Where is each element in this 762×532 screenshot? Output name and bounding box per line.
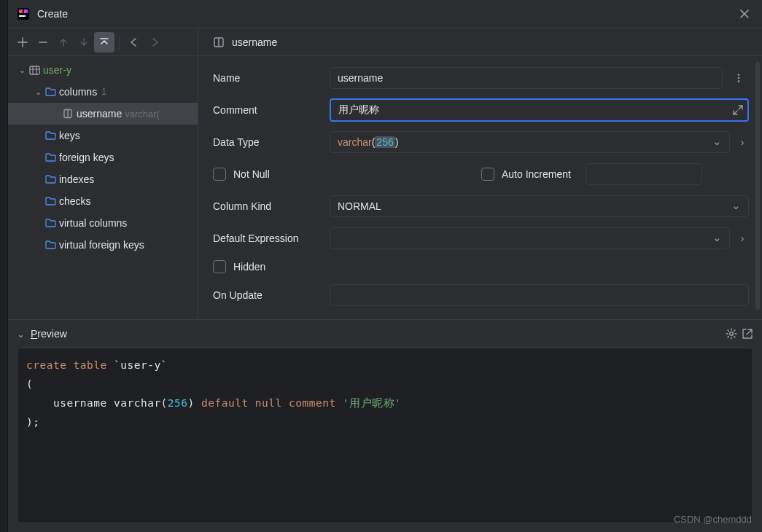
window-title: Create — [37, 8, 68, 20]
folder-icon — [43, 240, 58, 250]
item-label: keys — [59, 130, 80, 141]
autoincrement-text: Auto Increment — [502, 168, 571, 180]
svg-rect-8 — [218, 38, 219, 47]
svg-rect-4 — [30, 66, 39, 74]
tree-column-username[interactable]: username varchar( — [8, 103, 198, 125]
hidden-checkbox[interactable] — [213, 260, 226, 273]
close-icon[interactable] — [736, 5, 753, 23]
create-dialog: Create ⌄ — [7, 0, 762, 532]
table-icon — [27, 65, 42, 76]
name-label: Name — [213, 72, 324, 84]
tree-checks[interactable]: checks — [8, 190, 198, 212]
chevron-right-icon[interactable]: › — [736, 136, 749, 148]
tree-keys[interactable]: keys — [8, 125, 198, 146]
preview-panel: ⌄ PPreviewreview create table `user-y` (… — [8, 319, 762, 532]
expand-button[interactable] — [94, 32, 114, 52]
chevron-down-icon[interactable]: ⌄ — [17, 66, 27, 75]
tree-columns[interactable]: ⌄ columns 1 — [8, 81, 198, 103]
datatype-field[interactable]: varchar(256) — [330, 131, 730, 153]
default-field[interactable] — [330, 227, 730, 249]
folder-icon — [43, 152, 58, 163]
column-header-name: username — [232, 36, 277, 48]
back-button[interactable] — [124, 32, 144, 52]
svg-rect-2 — [24, 9, 28, 13]
tree-virtual-columns[interactable]: virtual columns — [8, 212, 198, 234]
preview-title: PPreviewreview — [31, 328, 67, 340]
add-button[interactable] — [12, 32, 33, 52]
kind-label: Column Kind — [213, 200, 324, 212]
folder-icon — [43, 196, 58, 206]
column-icon — [213, 36, 225, 48]
item-label: indexes — [59, 173, 94, 185]
folder-icon — [43, 174, 58, 184]
onupdate-label: On Update — [213, 289, 324, 301]
column-type-hint: varchar( — [125, 109, 160, 120]
open-external-icon[interactable] — [742, 328, 753, 340]
datatype-label: Data Type — [213, 136, 324, 148]
columns-label: columns — [59, 86, 97, 98]
kind-field[interactable]: NORMAL — [330, 195, 749, 217]
tree-root[interactable]: ⌄ user-y — [8, 59, 198, 81]
expand-icon[interactable] — [733, 105, 743, 115]
column-header: username — [198, 28, 762, 56]
item-label: virtual foreign keys — [59, 239, 144, 251]
svg-point-9 — [738, 74, 740, 76]
svg-point-10 — [738, 77, 740, 79]
structure-panel: ⌄ user-y ⌄ columns 1 username va — [8, 28, 198, 319]
columns-count: 1 — [101, 87, 106, 97]
autoincrement-value-field[interactable] — [586, 163, 702, 185]
folder-icon — [43, 130, 58, 141]
form-area: Name username Comment 用户昵称 — [198, 56, 762, 319]
item-label: foreign keys — [59, 152, 114, 163]
tree-foreign-keys[interactable]: foreign keys — [8, 146, 198, 168]
column-editor: username Name username Comment 用户昵称 — [198, 28, 762, 319]
chevron-down-icon[interactable]: ⌄ — [33, 87, 43, 97]
chevron-down-icon[interactable]: ⌄ — [17, 329, 25, 340]
comment-label: Comment — [213, 104, 324, 116]
move-up-button — [53, 32, 74, 52]
folder-icon — [43, 218, 58, 228]
folder-icon — [43, 87, 58, 97]
svg-point-11 — [738, 80, 740, 82]
tree-virtual-foreign-keys[interactable]: virtual foreign keys — [8, 234, 198, 256]
chevron-right-icon[interactable]: › — [736, 232, 749, 244]
hidden-text: Hidden — [233, 261, 265, 273]
onupdate-field[interactable] — [330, 284, 749, 306]
svg-point-12 — [730, 332, 734, 336]
comment-field[interactable]: 用户昵称 — [330, 98, 749, 122]
notnull-checkbox[interactable] — [213, 168, 226, 181]
autoincrement-checkbox[interactable] — [481, 168, 494, 181]
column-icon — [61, 109, 75, 119]
item-label: virtual columns — [59, 217, 127, 229]
autoincrement-check-row[interactable]: Auto Increment — [481, 168, 571, 181]
column-label: username — [77, 108, 122, 120]
notnull-check-row[interactable]: Not Null — [213, 168, 324, 181]
notnull-text: Not Null — [233, 168, 270, 180]
move-down-button — [74, 32, 94, 52]
tree-root-label: user-y — [43, 64, 71, 76]
forward-button — [144, 32, 165, 52]
titlebar: Create — [8, 0, 762, 28]
sql-preview[interactable]: create table `user-y` ( username varchar… — [17, 348, 753, 523]
app-icon — [17, 7, 30, 20]
default-label: Default Expression — [213, 232, 324, 244]
gear-icon[interactable] — [726, 328, 737, 340]
svg-rect-1 — [19, 9, 23, 13]
tree-indexes[interactable]: indexes — [8, 168, 198, 190]
svg-rect-6 — [67, 110, 68, 118]
name-field[interactable]: username — [330, 67, 723, 89]
toolbar-separator — [119, 34, 120, 50]
remove-button[interactable] — [33, 32, 53, 52]
structure-toolbar — [8, 28, 198, 56]
structure-tree[interactable]: ⌄ user-y ⌄ columns 1 username va — [8, 56, 198, 319]
item-label: checks — [59, 195, 91, 207]
more-actions-button[interactable] — [728, 68, 749, 88]
hidden-check-row[interactable]: Hidden — [213, 260, 324, 273]
svg-rect-3 — [19, 15, 26, 17]
